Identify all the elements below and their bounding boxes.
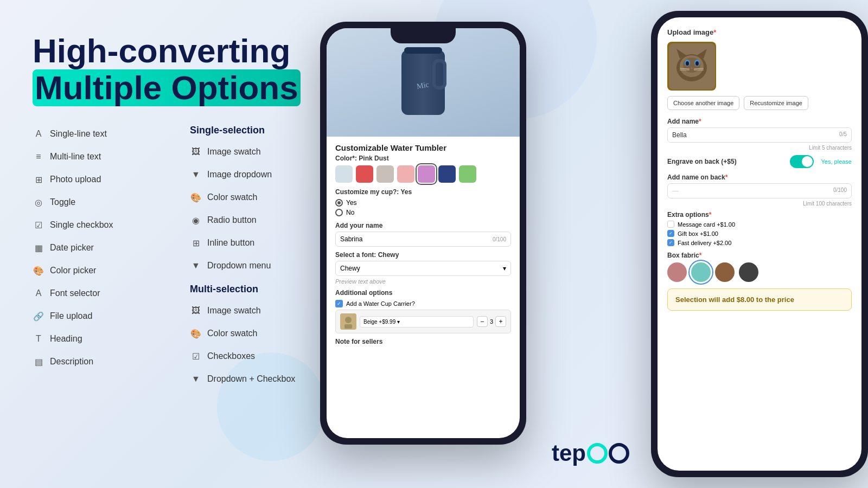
single-line-icon: A: [33, 128, 44, 140]
name-label: Add your name: [335, 222, 511, 229]
feature-toggle: ◎ Toggle: [33, 191, 190, 214]
fast-delivery-cb: ✓: [667, 239, 674, 246]
carrier-checkbox[interactable]: ✓ Add a Water Cup Carrier?: [335, 300, 511, 307]
single-image-dropdown-label: Image dropdown: [207, 170, 272, 179]
color-label: Color*: Pink Dust: [335, 155, 511, 162]
swatch-beige[interactable]: [376, 165, 394, 183]
swatch-green[interactable]: [459, 165, 476, 183]
hero-line1: High-converting: [33, 32, 290, 69]
price-banner: Selection will add $8.00 to the price: [667, 288, 852, 311]
phone-notch: [391, 28, 456, 43]
qty-minus-button[interactable]: −: [477, 316, 488, 327]
engrave-toggle[interactable]: [790, 155, 814, 168]
customize-label: Customize my cup?: Yes: [335, 188, 511, 196]
feature-toggle-label: Toggle: [50, 197, 75, 207]
swatch-gray[interactable]: [335, 165, 353, 183]
font-selector-icon: A: [33, 287, 44, 299]
phone-content: Mic Customizable Water Tumbler Color*: P…: [327, 28, 520, 438]
svg-point-16: [695, 61, 699, 66]
engrave-label: Engrave on back (+$5): [667, 158, 737, 165]
feature-single-line-label: Single-line text: [50, 129, 107, 139]
extra-options-text: Extra options: [667, 211, 709, 219]
product-title: Customizable Water Tumbler: [335, 143, 511, 152]
carrier-label: Add a Water Cup Carrier?: [346, 300, 415, 307]
tumbler-illustration: Mic: [391, 39, 456, 126]
name-input[interactable]: Sabrina 0/100: [335, 232, 511, 247]
box-fabric-label: Box fabric*: [667, 252, 852, 259]
feature-font-selector-label: Font selector: [50, 288, 100, 298]
upload-label-text: Upload image: [667, 28, 713, 36]
radio-no[interactable]: No: [335, 209, 511, 216]
toggle-icon: ◎: [33, 196, 44, 208]
multi-image-swatch-label: Image swatch: [207, 306, 261, 316]
feature-photo-upload: ⊞ Photo upload: [33, 168, 190, 191]
font-select[interactable]: Chewy ▾: [335, 261, 511, 276]
radio-no-label: No: [346, 209, 354, 216]
radio-no-dot: [335, 209, 343, 216]
svg-point-5: [345, 317, 352, 323]
add-name-label: Add name*: [667, 118, 852, 125]
fabric-teal[interactable]: [691, 262, 711, 282]
qty-plus-button[interactable]: +: [495, 316, 506, 327]
product-details: Customizable Water Tumbler Color*: Pink …: [327, 137, 520, 354]
extra-fast-delivery[interactable]: ✓ Fast delivery +$2.00: [667, 239, 852, 246]
feature-heading: T Heading: [33, 328, 190, 350]
fabric-swatches: [667, 262, 852, 282]
single-dropdown-menu-label: Dropdown menu: [207, 261, 271, 271]
recustomize-button[interactable]: Recustomize image: [744, 96, 808, 110]
upload-required-mark: *: [713, 28, 716, 36]
carrier-option: Beige +$9.99: [363, 319, 395, 325]
carrier-row: Beige +$9.99 ▾ − 3 +: [335, 310, 511, 333]
feature-date-picker: ▦ Date picker: [33, 236, 190, 259]
swatch-purple[interactable]: [418, 165, 435, 183]
image-swatch-icon-m: 🖼: [190, 305, 202, 317]
inline-button-icon: ⊞: [190, 237, 202, 249]
carrier-select[interactable]: Beige +$9.99 ▾: [360, 316, 474, 328]
name-value: Sabrina: [340, 235, 362, 243]
extra-message-card[interactable]: Message card +$1.00: [667, 221, 852, 228]
fabric-rose[interactable]: [667, 262, 687, 282]
multi-color-swatch-label: Color swatch: [207, 329, 257, 338]
swatch-red[interactable]: [356, 165, 373, 183]
name-back-limit-text: Limit 100 characters: [667, 201, 852, 207]
single-checkbox-icon: ☑: [33, 219, 44, 231]
tepo-o-dark: [609, 443, 629, 464]
multi-line-icon: ≡: [33, 151, 44, 163]
font-value: Chewy: [340, 265, 360, 272]
fabric-brown[interactable]: [715, 262, 735, 282]
extra-gift-box[interactable]: ✓ Gift box +$1.00: [667, 230, 852, 237]
tepo-o-green: [587, 443, 608, 464]
engrave-toggle-text: Yes, please: [821, 158, 852, 165]
add-name-value: Bella: [672, 131, 687, 139]
add-name-input[interactable]: Bella 0/5: [667, 127, 852, 143]
radio-yes-label: Yes: [346, 199, 357, 207]
font-label: Select a font: Chewy: [335, 251, 511, 259]
feature-font-selector: A Font selector: [33, 282, 190, 305]
swatch-pink[interactable]: [397, 165, 414, 183]
extra-options-label: Extra options*: [667, 211, 852, 219]
carrier-cb-box: ✓: [335, 300, 343, 307]
product-image: Mic: [327, 28, 520, 137]
cat-illustration: [669, 43, 715, 89]
fast-delivery-label: Fast delivery +$2.00: [678, 240, 731, 246]
add-name-back-placeholder: —: [672, 187, 679, 195]
radio-yes[interactable]: Yes: [335, 199, 511, 207]
fabric-dark[interactable]: [739, 262, 758, 282]
tepo-text: tep: [552, 440, 586, 466]
add-name-back-label: Add name on back*: [667, 174, 852, 181]
right-phone: Upload image*: [640, 0, 868, 488]
choose-another-button[interactable]: Choose another image: [667, 96, 739, 110]
svg-rect-6: [344, 324, 352, 329]
right-phone-content: Upload image*: [658, 17, 861, 471]
date-picker-icon: ▦: [33, 242, 44, 254]
hero-line2: Multiple Options: [33, 69, 301, 106]
dropdown-menu-icon: ▼: [190, 260, 202, 272]
svg-rect-3: [404, 47, 442, 54]
checkboxes-icon: ☑: [190, 350, 202, 362]
toggle-knob: [802, 156, 813, 167]
photo-upload-icon: ⊞: [33, 174, 44, 185]
swatch-navy[interactable]: [438, 165, 456, 183]
feature-description-label: Description: [50, 357, 93, 367]
tepo-logo: tep: [552, 440, 629, 466]
add-name-back-input[interactable]: — 0/100: [667, 183, 852, 198]
